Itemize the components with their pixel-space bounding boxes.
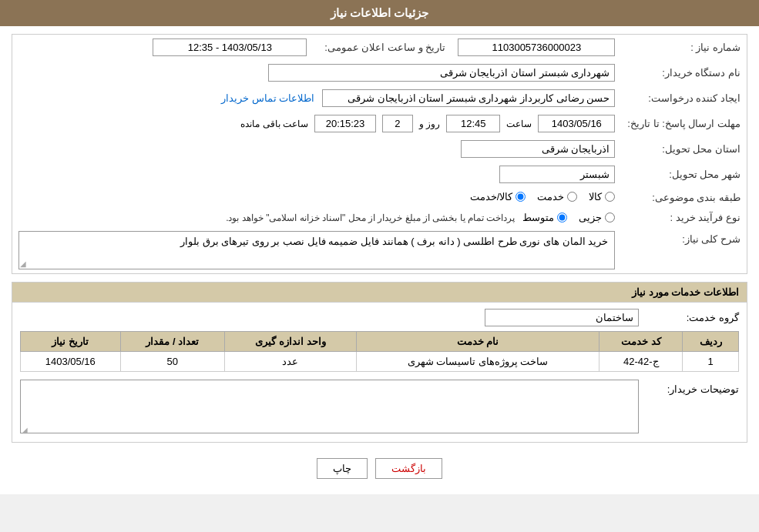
category-option-both: کالا/خدمت (470, 191, 526, 202)
category-radio-goods[interactable] (605, 192, 615, 202)
need-number-field: 1103005736000023 (458, 38, 615, 56)
send-deadline-days-field: 2 (382, 115, 413, 132)
description-label: شرح کلی نیاز: (621, 227, 747, 273)
buyer-name-row: نام دستگاه خریدار: شهرداری شبستر استان ا… (12, 60, 747, 85)
creator-field: حسن رضائی کاربرداز شهرداری شبستر استان ا… (322, 89, 615, 107)
need-info-section: شماره نیاز : 1103005736000023 تاریخ و سا… (12, 34, 747, 274)
date-time-value: 1403/05/13 - 12:35 (12, 35, 313, 60)
category-option-goods: کالا (589, 191, 615, 202)
page-header: جزئیات اطلاعات نیاز (0, 0, 759, 26)
process-radio-group: جزیی متوسط (522, 212, 615, 223)
category-radio-both[interactable] (516, 192, 526, 202)
province-value: اذربایجان شرقی (12, 136, 621, 162)
service-info-inner: گروه خدمت: ساختمان ردیف کد خدمت نام خدمت… (12, 303, 747, 442)
send-time-label: ساعت (506, 119, 532, 129)
process-radio-small[interactable] (605, 212, 615, 223)
service-table-body: 1 ج-42-42 ساخت پروژه‌های تاسیسات شهری عد… (21, 352, 739, 372)
print-button[interactable]: چاپ (317, 458, 368, 479)
col-unit: واحد اندازه گیری (225, 332, 357, 352)
description-value: خرید المان های نوری طرح اطلسی ( دانه برف… (12, 227, 621, 273)
city-row: شهر محل تحویل: شبستر (12, 162, 747, 187)
city-label: شهر محل تحویل: (621, 162, 747, 187)
send-deadline-row: مهلت ارسال پاسخ: تا تاریخ: 1403/05/16 سا… (12, 111, 747, 136)
send-deadline-value: 1403/05/16 ساعت 12:45 روز و 2 20:1 (12, 111, 621, 136)
process-option-medium: متوسط (522, 212, 567, 223)
group-row: گروه خدمت: ساختمان (20, 309, 739, 326)
page-wrapper: جزئیات اطلاعات نیاز شماره نیاز : 1103005… (0, 0, 759, 494)
date-time-label: تاریخ و ساعت اعلان عمومی: (313, 35, 452, 60)
need-number-value: 1103005736000023 (452, 35, 621, 60)
header-title: جزئیات اطلاعات نیاز (331, 6, 428, 19)
col-row: ردیف (683, 332, 739, 352)
col-date: تاریخ نیاز (21, 332, 121, 352)
resize-icon-2: ◢ (22, 426, 28, 434)
send-deadline-time-field: 12:45 (446, 115, 500, 132)
back-button[interactable]: بازگشت (375, 458, 442, 479)
service-info-section: اطلاعات خدمات مورد نیاز گروه خدمت: ساختم… (12, 282, 747, 443)
buyer-note-row: توضیحات خریدار: ◢ (20, 380, 739, 436)
category-radio-group: کالا خدمت کالا/خدمت (470, 191, 616, 202)
description-field: خرید المان های نوری طرح اطلسی ( دانه برف… (18, 231, 615, 269)
creator-row: ایجاد کننده درخواست: حسن رضائی کاربرداز … (12, 85, 747, 111)
cell-code: ج-42-42 (599, 352, 683, 372)
button-row: بازگشت چاپ (12, 450, 747, 487)
cell-quantity: 50 (120, 352, 224, 372)
cell-row: 1 (683, 352, 739, 372)
send-deadline-date-field: 1403/05/16 (538, 115, 615, 132)
process-note: پرداخت تمام یا بخشی از مبلغ خریدار از مح… (226, 212, 515, 223)
group-field: ساختمان (485, 309, 639, 326)
col-name: نام خدمت (356, 332, 599, 352)
process-label: نوع فرآیند خرید : (621, 208, 747, 227)
description-row: شرح کلی نیاز: خرید المان های نوری طرح اط… (12, 227, 747, 273)
category-row: طبقه بندی موضوعی: کالا خدمت (12, 187, 747, 208)
col-quantity: تعداد / مقدار (120, 332, 224, 352)
table-header-row: ردیف کد خدمت نام خدمت واحد اندازه گیری ت… (21, 332, 739, 352)
city-value: شبستر (12, 162, 621, 187)
need-info-table: شماره نیاز : 1103005736000023 تاریخ و سا… (12, 35, 747, 273)
category-label: طبقه بندی موضوعی: (621, 187, 747, 208)
province-row: استان محل تحویل: اذربایجان شرقی (12, 136, 747, 162)
service-info-header: اطلاعات خدمات مورد نیاز (12, 283, 747, 303)
main-content: شماره نیاز : 1103005736000023 تاریخ و سا… (0, 26, 759, 494)
remaining-label: ساعت باقی مانده (240, 119, 308, 129)
city-field: شبستر (499, 166, 615, 183)
buyer-name-label: نام دستگاه خریدار: (621, 60, 747, 85)
send-deadline-remaining-field: 20:15:23 (314, 115, 376, 132)
group-label: گروه خدمت: (639, 312, 739, 323)
province-field: اذربایجان شرقی (461, 140, 615, 158)
creator-link[interactable]: اطلاعات تماس خریدار (221, 92, 314, 104)
cell-unit: عدد (225, 352, 357, 372)
category-radio-service[interactable] (567, 192, 577, 202)
buyer-note-label: توضیحات خریدار: (646, 380, 739, 395)
category-value: کالا خدمت کالا/خدمت (12, 187, 621, 208)
buyer-note-textarea[interactable] (20, 380, 639, 433)
resize-icon: ◢ (20, 259, 26, 268)
process-radio-medium[interactable] (557, 212, 567, 223)
buyer-name-field: شهرداری شبستر استان اذربایجان شرقی (268, 64, 615, 82)
buyer-name-value: شهرداری شبستر استان اذربایجان شرقی (12, 60, 621, 85)
date-time-field: 1403/05/13 - 12:35 (153, 38, 307, 56)
need-number-row: شماره نیاز : 1103005736000023 تاریخ و سا… (12, 35, 747, 60)
service-table: ردیف کد خدمت نام خدمت واحد اندازه گیری ت… (20, 331, 739, 372)
process-option-small: جزیی (579, 212, 615, 223)
days-label: روز و (419, 119, 440, 129)
need-number-label: شماره نیاز : (621, 35, 747, 60)
province-label: استان محل تحویل: (621, 136, 747, 162)
creator-value: حسن رضائی کاربرداز شهرداری شبستر استان ا… (12, 85, 621, 111)
table-row: 1 ج-42-42 ساخت پروژه‌های تاسیسات شهری عد… (21, 352, 739, 372)
send-deadline-label: مهلت ارسال پاسخ: تا تاریخ: (621, 111, 747, 136)
service-table-header: ردیف کد خدمت نام خدمت واحد اندازه گیری ت… (21, 332, 739, 352)
category-option-service: خدمت (537, 191, 577, 202)
col-code: کد خدمت (599, 332, 683, 352)
process-value: جزیی متوسط پرداخت تمام یا بخشی از مبلغ خ… (12, 208, 621, 227)
cell-name: ساخت پروژه‌های تاسیسات شهری (356, 352, 599, 372)
creator-label: ایجاد کننده درخواست: (621, 85, 747, 111)
cell-date: 1403/05/16 (21, 352, 121, 372)
process-row: نوع فرآیند خرید : جزیی متوسط (12, 208, 747, 227)
